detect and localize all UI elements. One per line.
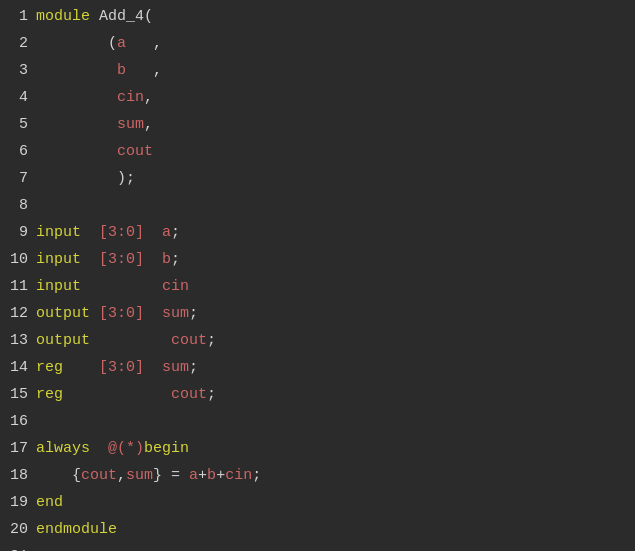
line-number: 14 (0, 355, 36, 381)
token-ident-plain: , (126, 62, 162, 79)
token-kw-input: input (36, 224, 81, 241)
token-port-name: a (162, 224, 171, 241)
token-bracket: [3:0] (99, 305, 144, 322)
line-number: 2 (0, 31, 36, 57)
token-kw-module: module (36, 8, 90, 25)
line-number: 5 (0, 112, 36, 138)
token-ident-plain: ; (171, 251, 180, 268)
token-bracket: [3:0] (99, 251, 144, 268)
token-port-name: sum (162, 359, 189, 376)
token-port-name: b (207, 467, 216, 484)
token-port-name: cout (117, 143, 153, 160)
token-ident-plain (63, 386, 171, 403)
code-line: 12output [3:0] sum; (0, 301, 635, 328)
token-ident-plain (81, 251, 99, 268)
code-line: 13output cout; (0, 328, 635, 355)
token-ident-plain: ; (189, 305, 198, 322)
line-number: 11 (0, 274, 36, 300)
code-line: 1module Add_4( (0, 4, 635, 31)
token-kw-begin: begin (144, 440, 189, 457)
line-content: output cout; (36, 328, 216, 354)
code-line: 4 cin, (0, 85, 635, 112)
token-ident-plain: , (144, 89, 153, 106)
code-line: 19end (0, 490, 635, 517)
code-line: 21 (0, 544, 635, 551)
token-port-name: cin (117, 89, 144, 106)
line-content: {cout,sum} = a+b+cin; (36, 463, 261, 489)
line-number: 19 (0, 490, 36, 516)
line-content: input [3:0] a; (36, 220, 180, 246)
line-number: 12 (0, 301, 36, 327)
token-kw-input: input (36, 278, 81, 295)
code-line: 17always @(*)begin (0, 436, 635, 463)
code-line: 15reg cout; (0, 382, 635, 409)
line-number: 6 (0, 139, 36, 165)
token-ident-plain: ; (171, 224, 180, 241)
token-punct: ( (144, 8, 153, 25)
token-ident-plain: ( (36, 35, 117, 52)
token-bracket: [3:0] (99, 224, 144, 241)
token-ident-plain (144, 251, 162, 268)
line-content: b , (36, 58, 162, 84)
token-ident-plain (81, 278, 162, 295)
line-content: output [3:0] sum; (36, 301, 198, 327)
code-line: 3 b , (0, 58, 635, 85)
code-line: 20endmodule (0, 517, 635, 544)
code-line: 6 cout (0, 139, 635, 166)
token-ident-plain: } = (153, 467, 189, 484)
line-content: reg [3:0] sum; (36, 355, 198, 381)
line-content: reg cout; (36, 382, 216, 408)
code-editor: 1module Add_4(2 (a ,3 b ,4 cin,5 sum,6 c… (0, 0, 635, 551)
token-ident-plain (90, 305, 99, 322)
token-ident-plain: { (36, 467, 81, 484)
token-ident-plain (81, 224, 99, 241)
token-kw-input: input (36, 251, 81, 268)
line-content: input cin (36, 274, 189, 300)
token-module-name: Add_4 (90, 8, 144, 25)
token-ident-plain: , (144, 116, 153, 133)
line-number: 9 (0, 220, 36, 246)
token-ident-plain: ); (36, 170, 135, 187)
line-content: module Add_4( (36, 4, 153, 30)
token-ident-plain: + (216, 467, 225, 484)
token-port-name: sum (117, 116, 144, 133)
token-ident-plain (144, 359, 162, 376)
token-kw-endmod: endmodule (36, 521, 117, 538)
line-content: always @(*)begin (36, 436, 189, 462)
line-content: input [3:0] b; (36, 247, 180, 273)
code-line: 7 ); (0, 166, 635, 193)
token-port-name: sum (126, 467, 153, 484)
line-number: 18 (0, 463, 36, 489)
line-number: 7 (0, 166, 36, 192)
code-line: 14reg [3:0] sum; (0, 355, 635, 382)
code-line: 5 sum, (0, 112, 635, 139)
token-kw-always: always (36, 440, 90, 457)
code-line: 18 {cout,sum} = a+b+cin; (0, 463, 635, 490)
line-number: 17 (0, 436, 36, 462)
line-content: sum, (36, 112, 153, 138)
token-ident-plain: ; (189, 359, 198, 376)
code-line: 9input [3:0] a; (0, 220, 635, 247)
token-port-name: cin (225, 467, 252, 484)
token-ident-plain: ; (252, 467, 261, 484)
code-line: 10input [3:0] b; (0, 247, 635, 274)
line-content: end (36, 490, 63, 516)
token-ident-plain: ; (207, 386, 216, 403)
token-kw-reg: reg (36, 386, 63, 403)
token-port-name: b (117, 62, 126, 79)
token-kw-end: end (36, 494, 63, 511)
code-line: 8 (0, 193, 635, 220)
token-ident-plain (36, 116, 117, 133)
token-port-name: cout (171, 332, 207, 349)
token-ident-plain: ; (207, 332, 216, 349)
token-ident-plain: + (198, 467, 207, 484)
line-content: endmodule (36, 517, 117, 543)
token-ident-plain: , (126, 35, 162, 52)
code-line: 11input cin (0, 274, 635, 301)
token-kw-output: output (36, 332, 90, 349)
token-port-name: sum (162, 305, 189, 322)
token-ident-plain (90, 332, 171, 349)
line-number: 20 (0, 517, 36, 543)
token-ident-plain (144, 224, 162, 241)
line-content: ); (36, 166, 135, 192)
